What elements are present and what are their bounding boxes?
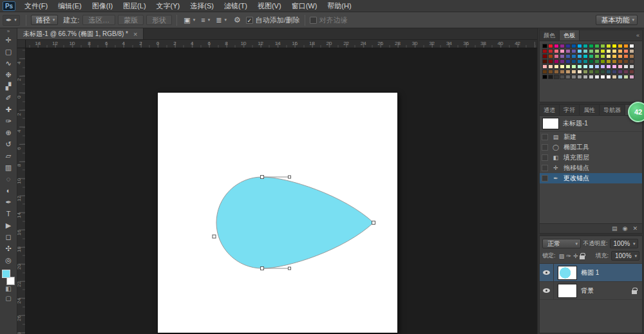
color-swatch[interactable] [589, 49, 594, 53]
tool-mode-select[interactable]: 路径 ▾ [31, 15, 59, 25]
color-swatch[interactable] [542, 70, 547, 74]
history-state[interactable]: ✒更改锚点 [540, 173, 642, 183]
color-swatch[interactable] [554, 44, 559, 48]
color-swatch[interactable] [583, 75, 588, 79]
color-swatch[interactable] [600, 44, 605, 48]
history-source-well[interactable] [542, 144, 548, 151]
color-swatch[interactable] [600, 59, 605, 64]
quick-selection-tool[interactable]: ❉ [1, 69, 15, 80]
collapse-tools-icon[interactable]: » [7, 29, 10, 34]
color-swatch[interactable] [594, 49, 600, 53]
clone-stamp-tool[interactable]: ⊕ [1, 127, 15, 138]
visibility-toggle[interactable] [540, 264, 554, 281]
path-operations-button[interactable]: ▣▾ [182, 15, 197, 25]
delete-state-icon[interactable]: ✕ [632, 225, 638, 232]
color-swatch[interactable] [548, 59, 553, 64]
color-swatch[interactable] [618, 64, 623, 69]
zoom-tool[interactable]: ◎ [1, 254, 15, 266]
history-source-well[interactable] [542, 134, 548, 140]
notification-badge[interactable]: 42 [628, 102, 644, 122]
color-swatch[interactable] [618, 49, 623, 53]
layer-row[interactable]: 椭圆 1 [540, 264, 642, 282]
teardrop-shape[interactable] [216, 177, 374, 268]
color-swatch[interactable] [612, 59, 617, 64]
tab-swatches[interactable]: 色板 [560, 30, 580, 41]
color-swatch[interactable] [594, 75, 600, 79]
color-swatch[interactable] [565, 75, 571, 79]
color-swatch[interactable] [583, 64, 588, 69]
canvas-area[interactable]: 1614121086420246810121416182022242628303… [17, 40, 537, 334]
workspace-switcher[interactable]: 基本功能 ▾ [596, 15, 638, 25]
make-button[interactable]: 蒙版 [118, 15, 144, 25]
fill-field[interactable]: 100% ▾ [611, 251, 639, 261]
menu-item[interactable]: 视图(V) [252, 0, 287, 12]
color-swatch[interactable] [571, 44, 576, 48]
menu-item[interactable]: 图像(I) [87, 0, 118, 12]
color-swatch[interactable] [629, 64, 634, 69]
color-swatch[interactable] [600, 75, 605, 79]
color-swatch[interactable] [594, 70, 600, 74]
type-tool[interactable]: T [1, 208, 15, 219]
align-edges-checkbox[interactable]: 对齐边缘 [310, 15, 348, 25]
auto-add-delete-checkbox[interactable]: ✓ 自动添加/删除 [246, 15, 300, 25]
color-swatch[interactable] [542, 59, 547, 64]
color-swatch[interactable] [571, 49, 576, 53]
photoshop-logo-icon[interactable]: Ps [3, 1, 15, 11]
lock-image-pixels-icon[interactable]: ✑ [565, 253, 573, 259]
menu-item[interactable]: 选择(S) [185, 0, 219, 12]
color-swatch[interactable] [560, 64, 565, 69]
color-swatch[interactable] [589, 70, 594, 74]
color-swatch[interactable] [583, 49, 588, 53]
healing-brush-tool[interactable]: ✚ [1, 104, 15, 115]
color-swatch[interactable] [594, 44, 600, 48]
anchor-point-top[interactable] [261, 176, 264, 179]
screen-mode-button[interactable]: ▢ [5, 295, 11, 304]
color-swatch[interactable] [548, 75, 553, 79]
color-swatch[interactable] [571, 64, 576, 69]
color-swatch[interactable] [606, 75, 611, 79]
layer-row[interactable]: 背景 [540, 282, 642, 300]
color-swatch[interactable] [594, 54, 600, 59]
color-swatch[interactable] [560, 54, 565, 59]
ruler-corner[interactable] [17, 40, 26, 48]
color-swatch[interactable] [589, 64, 594, 69]
color-swatch[interactable] [612, 44, 617, 48]
pen-tool[interactable]: ✒ [1, 196, 15, 208]
tab-navigator[interactable]: 导航器 [600, 105, 625, 115]
gear-icon[interactable]: ⚙ [234, 15, 241, 24]
make-button[interactable]: 形状 [146, 15, 172, 25]
history-state[interactable]: ◧填充图层 [540, 153, 642, 163]
color-swatch[interactable] [560, 59, 565, 64]
color-swatch[interactable] [606, 70, 611, 74]
color-swatch[interactable] [554, 70, 559, 74]
menu-item[interactable]: 文件(F) [19, 0, 53, 12]
lock-transparent-pixels-icon[interactable]: ▨ [558, 253, 565, 259]
color-swatch[interactable] [560, 75, 565, 79]
brush-tool[interactable]: ✑ [1, 115, 15, 127]
color-swatch[interactable] [629, 44, 634, 48]
color-swatch[interactable] [577, 64, 582, 69]
color-swatch[interactable] [577, 54, 582, 59]
color-swatch[interactable] [589, 59, 594, 64]
history-state[interactable]: ◯椭圆工具 [540, 142, 642, 153]
color-swatch[interactable] [548, 49, 553, 53]
color-swatch[interactable] [623, 64, 629, 69]
color-swatch[interactable] [618, 59, 623, 64]
color-swatch[interactable] [583, 59, 588, 64]
color-swatch[interactable] [577, 49, 582, 53]
blur-tool[interactable]: ◌ [1, 173, 15, 185]
history-snapshot-row[interactable]: 未标题-1 [540, 116, 642, 132]
color-swatch[interactable] [565, 59, 571, 64]
color-swatch[interactable] [577, 70, 582, 74]
color-swatch[interactable] [629, 49, 634, 53]
color-swatch[interactable] [618, 54, 623, 59]
color-swatch[interactable] [565, 70, 571, 74]
color-swatch[interactable] [594, 64, 600, 69]
color-swatch[interactable] [583, 44, 588, 48]
color-swatch[interactable] [623, 70, 629, 74]
history-source-well[interactable] [542, 165, 548, 171]
color-swatch[interactable] [612, 70, 617, 74]
color-swatch[interactable] [600, 70, 605, 74]
color-swatch[interactable] [548, 70, 553, 74]
color-swatch[interactable] [577, 44, 582, 48]
